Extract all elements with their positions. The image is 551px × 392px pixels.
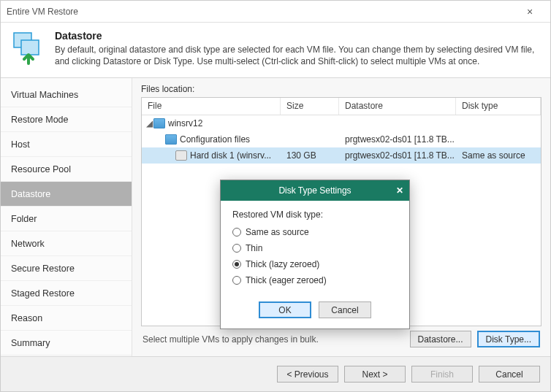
cell-datastore: prgtwesx02-ds01 [11.8 TB... bbox=[339, 134, 456, 145]
wizard-footer: < Previous Next > Finish Cancel bbox=[1, 356, 550, 391]
svg-rect-1 bbox=[21, 40, 39, 55]
dialog-close-icon[interactable]: ✕ bbox=[396, 185, 403, 196]
collapse-icon[interactable]: ◢ bbox=[146, 118, 153, 128]
vm-icon bbox=[153, 118, 165, 128]
dialog-body: Restored VM disk type: Same as source Th… bbox=[221, 201, 409, 296]
disk-type-group-label: Restored VM disk type: bbox=[232, 210, 398, 220]
dialog-title: Disk Type Settings bbox=[278, 185, 351, 196]
sidebar-item-label: Network bbox=[11, 239, 45, 249]
config-files-icon bbox=[165, 134, 177, 145]
radio-label: Thick (eager zeroed) bbox=[246, 275, 327, 285]
multi-select-hint: Select multiple VMs to apply changes in … bbox=[142, 334, 404, 345]
titlebar: Entire VM Restore × bbox=[1, 1, 550, 23]
disk-type-button[interactable]: Disk Type... bbox=[477, 331, 540, 347]
sidebar-item-folder[interactable]: Folder bbox=[1, 207, 132, 231]
sidebar-item-label: Reason bbox=[11, 313, 42, 323]
next-button[interactable]: Next > bbox=[344, 366, 406, 383]
tree-row-disk[interactable]: Hard disk 1 (winsrv... 130 GB prgtwesx02… bbox=[142, 147, 541, 164]
cancel-button[interactable]: Cancel bbox=[479, 366, 540, 383]
cell-datastore: prgtwesx02-ds01 [11.8 TB... bbox=[339, 150, 456, 161]
radio-icon bbox=[232, 244, 241, 253]
sidebar-item-label: Virtual Machines bbox=[11, 90, 78, 100]
radio-icon bbox=[232, 260, 241, 269]
node-label: winsrv12 bbox=[168, 118, 202, 128]
sidebar-item-label: Staged Restore bbox=[11, 288, 75, 299]
wizard-sidebar: Virtual Machines Restore Mode Host Resou… bbox=[1, 78, 132, 356]
files-location-label: Files location: bbox=[141, 84, 542, 94]
radio-label: Thin bbox=[246, 243, 262, 253]
sidebar-item-label: Secure Restore bbox=[11, 264, 75, 274]
radio-icon bbox=[232, 276, 241, 285]
page-title: Datastore bbox=[55, 30, 540, 42]
wizard-header: Datastore By default, original datastore… bbox=[1, 23, 550, 78]
tree-header: File Size Datastore Disk type bbox=[142, 98, 541, 115]
dialog-footer: OK Cancel bbox=[221, 296, 409, 328]
datastore-header-icon bbox=[11, 30, 46, 65]
sidebar-item-label: Summary bbox=[11, 338, 50, 348]
disk-type-settings-dialog: Disk Type Settings ✕ Restored VM disk ty… bbox=[220, 180, 410, 329]
sidebar-item-virtual-machines[interactable]: Virtual Machines bbox=[1, 82, 132, 107]
sidebar-item-network[interactable]: Network bbox=[1, 231, 132, 256]
col-size[interactable]: Size bbox=[281, 98, 339, 115]
node-label: Configuration files bbox=[180, 134, 250, 145]
sidebar-item-host[interactable]: Host bbox=[1, 132, 132, 157]
sidebar-item-secure-restore[interactable]: Secure Restore bbox=[1, 256, 132, 281]
cell-disk-type: Same as source bbox=[456, 150, 541, 161]
tree-row-vm[interactable]: ◢winsrv12 bbox=[142, 115, 541, 131]
hard-disk-icon bbox=[175, 150, 187, 161]
radio-label: Thick (lazy zeroed) bbox=[246, 259, 319, 269]
radio-same-as-source[interactable]: Same as source bbox=[232, 224, 398, 240]
sidebar-item-label: Host bbox=[11, 139, 30, 150]
wizard-window: Entire VM Restore × Datastore By default… bbox=[0, 0, 551, 392]
sidebar-item-staged-restore[interactable]: Staged Restore bbox=[1, 281, 132, 306]
radio-icon bbox=[232, 228, 241, 237]
sidebar-item-restore-mode[interactable]: Restore Mode bbox=[1, 107, 132, 132]
radio-thin[interactable]: Thin bbox=[232, 240, 398, 256]
dialog-cancel-button[interactable]: Cancel bbox=[319, 301, 371, 318]
close-icon[interactable]: × bbox=[515, 6, 544, 18]
header-text: Datastore By default, original datastore… bbox=[55, 30, 540, 67]
cell-size: 130 GB bbox=[281, 150, 339, 161]
datastore-button[interactable]: Datastore... bbox=[410, 331, 471, 347]
sidebar-item-reason[interactable]: Reason bbox=[1, 306, 132, 331]
window-title: Entire VM Restore bbox=[7, 7, 515, 17]
page-description: By default, original datastore and disk … bbox=[55, 44, 540, 67]
col-file[interactable]: File bbox=[142, 98, 281, 115]
col-datastore[interactable]: Datastore bbox=[339, 98, 456, 115]
finish-button: Finish bbox=[411, 366, 473, 383]
radio-label: Same as source bbox=[246, 227, 309, 237]
previous-button[interactable]: < Previous bbox=[277, 366, 338, 383]
dialog-titlebar: Disk Type Settings ✕ bbox=[221, 180, 409, 201]
sidebar-item-label: Folder bbox=[11, 214, 37, 224]
sidebar-item-label: Resource Pool bbox=[11, 164, 71, 174]
node-label: Hard disk 1 (winsrv... bbox=[190, 150, 271, 161]
radio-thick-lazy[interactable]: Thick (lazy zeroed) bbox=[232, 256, 398, 272]
sidebar-item-summary[interactable]: Summary bbox=[1, 331, 132, 356]
action-row: Select multiple VMs to apply changes in … bbox=[141, 326, 542, 356]
sidebar-item-label: Restore Mode bbox=[11, 115, 69, 125]
sidebar-item-label: Datastore bbox=[11, 189, 50, 199]
sidebar-item-datastore[interactable]: Datastore bbox=[1, 182, 132, 207]
tree-row-config[interactable]: Configuration files prgtwesx02-ds01 [11.… bbox=[142, 131, 541, 147]
col-disk-type[interactable]: Disk type bbox=[456, 98, 541, 115]
dialog-ok-button[interactable]: OK bbox=[259, 301, 311, 318]
sidebar-item-resource-pool[interactable]: Resource Pool bbox=[1, 157, 132, 182]
radio-thick-eager[interactable]: Thick (eager zeroed) bbox=[232, 272, 398, 288]
